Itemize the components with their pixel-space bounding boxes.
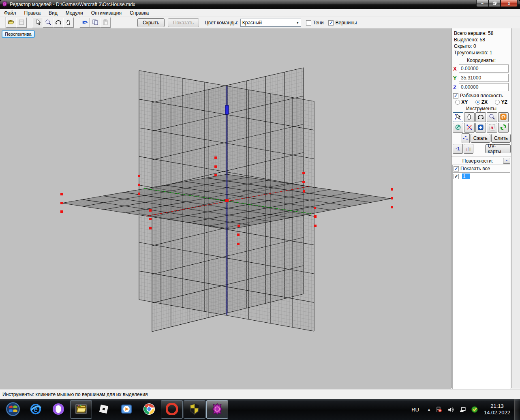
zoom-button[interactable] xyxy=(43,18,53,28)
taskbar-opera[interactable] xyxy=(161,400,183,419)
taskbar-media-player[interactable] xyxy=(116,400,137,419)
selected-vertex[interactable] xyxy=(60,202,63,204)
team-color-select[interactable]: Красный ▼ xyxy=(240,19,301,27)
action-center-flag-icon[interactable] xyxy=(436,406,443,413)
language-indicator[interactable]: RU xyxy=(411,407,419,413)
selected-vertex[interactable] xyxy=(138,193,140,195)
merge-button[interactable]: Слить xyxy=(491,134,511,143)
selected-vertex[interactable] xyxy=(391,206,393,208)
vertices-checkbox[interactable]: ✓ Вершины xyxy=(328,20,357,26)
selected-vertex[interactable] xyxy=(214,165,217,168)
clock[interactable]: 21:13 14.02.2022 xyxy=(484,403,510,416)
selected-vertex[interactable] xyxy=(314,207,316,209)
rotate-button[interactable] xyxy=(53,18,63,28)
uv-maps-button[interactable]: UV-карты xyxy=(485,144,511,153)
perspective-tab[interactable]: Перспектива xyxy=(2,30,35,38)
close-button[interactable]: x xyxy=(501,0,518,7)
selected-vertex[interactable] xyxy=(314,215,317,218)
selected-vertex[interactable] xyxy=(138,175,140,177)
pan-hand-tool-button[interactable] xyxy=(464,112,475,122)
coord-z-input[interactable]: 0.00000 xyxy=(459,83,509,91)
network-icon[interactable] xyxy=(459,406,466,413)
scale-arrows-tool-button[interactable] xyxy=(464,123,475,133)
selected-vertex[interactable] xyxy=(60,193,63,195)
workplane-radio-xy[interactable]: XY xyxy=(455,99,468,105)
coord-y-input[interactable]: 35.31000 xyxy=(459,74,509,82)
taskbar-start-button[interactable] xyxy=(2,400,24,419)
extrude-up-tool-button[interactable] xyxy=(475,123,486,133)
volume-icon[interactable] xyxy=(447,406,454,413)
pan-hand-icon xyxy=(466,114,473,121)
taskbar-yandex-browser[interactable] xyxy=(47,400,69,419)
minus-one-button[interactable]: -1 xyxy=(453,144,463,154)
paste-button[interactable] xyxy=(100,18,110,28)
selected-vertex[interactable] xyxy=(149,227,152,229)
menu-3[interactable]: Модули xyxy=(62,9,87,17)
minimize-button[interactable]: – xyxy=(476,0,488,7)
pan-hand-button[interactable] xyxy=(63,18,73,28)
taskbar-roblox[interactable] xyxy=(93,400,115,419)
selected-vertex[interactable] xyxy=(149,209,152,212)
menu-2[interactable]: Вид xyxy=(45,9,62,17)
restore-button[interactable] xyxy=(488,0,501,7)
selected-vertex[interactable] xyxy=(214,156,217,159)
snap-teal-tool-button[interactable] xyxy=(453,123,463,133)
selected-vertex[interactable] xyxy=(225,199,229,202)
hide-button[interactable]: Скрыть xyxy=(137,18,165,27)
save-file-button[interactable] xyxy=(16,18,26,28)
hidden-icons-chevron[interactable]: ▲ xyxy=(427,407,431,411)
antivirus-tray-icon[interactable] xyxy=(471,406,478,413)
menu-5[interactable]: Справка xyxy=(126,9,153,17)
menu-0[interactable]: Файл xyxy=(0,9,20,17)
selected-vertex[interactable] xyxy=(237,234,240,236)
menu-1[interactable]: Правка xyxy=(20,9,45,17)
zoom-tool-button[interactable] xyxy=(487,112,497,122)
recycle-green-tool-button[interactable] xyxy=(498,123,509,133)
selected-vertex[interactable] xyxy=(149,218,152,220)
shadows-checkbox[interactable]: Тени xyxy=(306,20,324,26)
coord-x-input[interactable]: 0.00000 xyxy=(459,64,509,73)
open-file-button[interactable] xyxy=(6,18,16,28)
selected-vertex[interactable] xyxy=(237,243,240,245)
copy-button[interactable] xyxy=(90,18,100,28)
selected-vertex[interactable] xyxy=(60,210,63,213)
workplane-checkbox[interactable]: ✓ Рабочая плоскость xyxy=(453,93,511,99)
radio-dot xyxy=(475,100,480,105)
surfaces-list[interactable]: ✓1 xyxy=(452,173,510,394)
select-vertices-tool-button[interactable] xyxy=(453,112,463,122)
collapse-surfaces-button[interactable]: - xyxy=(503,158,510,164)
undo-button[interactable] xyxy=(80,18,90,28)
selected-vertex[interactable] xyxy=(214,174,217,176)
show-desktop-button[interactable] xyxy=(514,399,520,420)
show-button[interactable]: Показать xyxy=(168,18,199,27)
menu-4[interactable]: Оптимизация xyxy=(87,9,126,17)
taskbar-chrome[interactable] xyxy=(138,400,160,419)
taskbar-internet-explorer[interactable]: e xyxy=(25,400,47,419)
selected-vertex[interactable] xyxy=(238,225,240,227)
taskbar-model-editor[interactable] xyxy=(206,400,228,419)
selected-vertex[interactable] xyxy=(302,181,305,183)
selected-vertex[interactable] xyxy=(303,190,305,193)
taskbar-file-explorer[interactable] xyxy=(70,400,92,419)
compress-button[interactable]: Сжать xyxy=(471,134,490,143)
rotate-tool-button[interactable] xyxy=(475,112,486,122)
vertex-dots-tool-button[interactable] xyxy=(462,133,470,143)
histogram-tool-button[interactable] xyxy=(464,144,474,154)
show-all-checkbox[interactable]: ✓ Показать все xyxy=(452,165,510,173)
perspective-viewport[interactable]: Перспектива xyxy=(0,28,451,389)
svg-text:А: А xyxy=(490,125,494,130)
selected-vertex[interactable] xyxy=(391,188,393,191)
surface-list-item[interactable]: ✓1 xyxy=(453,173,510,180)
refresh-orange-tool-button[interactable] xyxy=(498,112,509,122)
workplane-radio-yz[interactable]: YZ xyxy=(495,99,507,105)
select-cursor-button[interactable] xyxy=(33,18,43,28)
selected-vertex[interactable] xyxy=(138,184,140,186)
surface-checkbox[interactable]: ✓ xyxy=(454,174,459,179)
taskbar-antivirus-shield[interactable] xyxy=(184,400,205,419)
y-axis-handle[interactable] xyxy=(225,105,229,114)
workplane-radio-zx[interactable]: ZX xyxy=(475,99,488,105)
weld-a-tool-button[interactable]: А xyxy=(487,123,497,133)
selected-vertex[interactable] xyxy=(314,225,317,227)
selected-vertex[interactable] xyxy=(391,197,393,199)
selected-vertex[interactable] xyxy=(302,172,305,174)
